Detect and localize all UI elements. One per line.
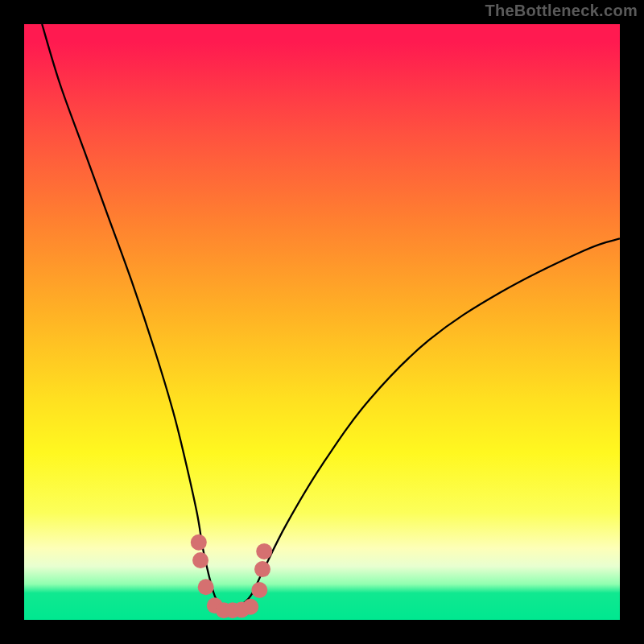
curve-marker [254, 561, 270, 577]
curve-marker [256, 543, 272, 559]
watermark-label: TheBottleneck.com [485, 2, 638, 20]
chart-svg [24, 24, 620, 620]
bottleneck-curve [42, 24, 620, 611]
curve-marker [191, 535, 207, 551]
curve-marker [251, 582, 267, 598]
curve-markers [191, 535, 272, 618]
chart-plot-area [24, 24, 620, 620]
curve-marker [242, 599, 258, 615]
curve-marker [198, 579, 214, 595]
curve-marker [192, 552, 208, 568]
